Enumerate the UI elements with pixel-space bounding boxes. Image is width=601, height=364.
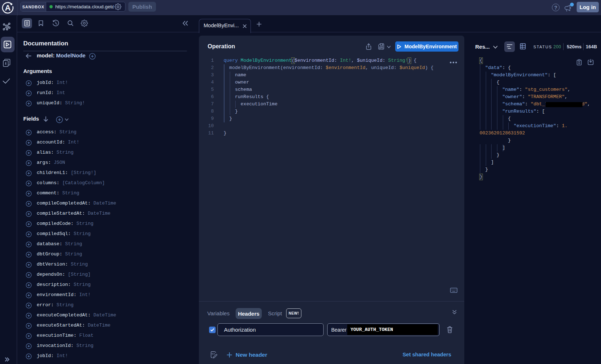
svg-text:A: A bbox=[5, 3, 11, 12]
